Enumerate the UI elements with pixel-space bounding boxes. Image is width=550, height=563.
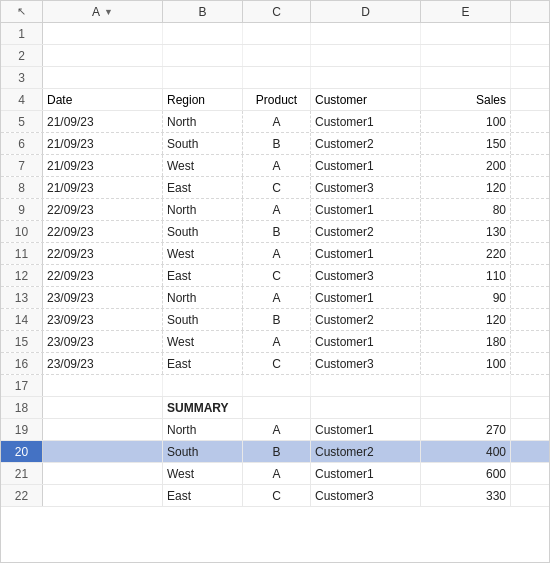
cell-a[interactable]: 21/09/23 (43, 133, 163, 154)
cell-c[interactable]: C (243, 485, 311, 506)
cell-a[interactable]: 23/09/23 (43, 287, 163, 308)
cell-b[interactable]: North (163, 111, 243, 132)
cell-c[interactable]: B (243, 221, 311, 242)
cell-e[interactable]: 130 (421, 221, 511, 242)
cell-e[interactable]: 100 (421, 111, 511, 132)
cell-b[interactable]: East (163, 177, 243, 198)
cell-c[interactable]: A (243, 243, 311, 264)
cell-c[interactable]: B (243, 441, 311, 462)
cell-c[interactable]: A (243, 463, 311, 484)
cell-b[interactable] (163, 375, 243, 396)
cell-a[interactable] (43, 375, 163, 396)
cell-c[interactable] (243, 67, 311, 88)
cell-d[interactable]: Customer1 (311, 243, 421, 264)
cell-b[interactable]: SUMMARY (163, 397, 243, 418)
cell-b[interactable]: North (163, 287, 243, 308)
cell-e[interactable]: 270 (421, 419, 511, 440)
cell-b[interactable]: Region (163, 89, 243, 110)
cell-b[interactable]: North (163, 199, 243, 220)
cell-c[interactable] (243, 397, 311, 418)
cell-d[interactable]: Customer1 (311, 463, 421, 484)
cell-a[interactable] (43, 463, 163, 484)
cell-c[interactable]: B (243, 133, 311, 154)
col-header-A[interactable]: A ▼ (43, 1, 163, 22)
cell-b[interactable]: East (163, 265, 243, 286)
cell-e[interactable]: 120 (421, 309, 511, 330)
cell-d[interactable]: Customer2 (311, 309, 421, 330)
cell-c[interactable]: A (243, 287, 311, 308)
cell-a[interactable] (43, 419, 163, 440)
cell-d[interactable]: Customer1 (311, 331, 421, 352)
cell-b[interactable] (163, 23, 243, 44)
cell-e[interactable]: 200 (421, 155, 511, 176)
cell-b[interactable]: South (163, 441, 243, 462)
col-header-B[interactable]: B (163, 1, 243, 22)
cell-d[interactable]: Customer (311, 89, 421, 110)
cell-d[interactable]: Customer2 (311, 133, 421, 154)
cell-d[interactable]: Customer3 (311, 353, 421, 374)
cell-a[interactable] (43, 485, 163, 506)
cell-a[interactable]: 21/09/23 (43, 177, 163, 198)
cell-a[interactable]: 22/09/23 (43, 221, 163, 242)
cell-d[interactable] (311, 23, 421, 44)
cell-e[interactable]: 90 (421, 287, 511, 308)
cell-a[interactable]: 22/09/23 (43, 199, 163, 220)
cell-e[interactable]: 600 (421, 463, 511, 484)
cell-c[interactable] (243, 375, 311, 396)
cell-a[interactable] (43, 441, 163, 462)
cell-c[interactable]: A (243, 199, 311, 220)
cell-d[interactable]: Customer1 (311, 287, 421, 308)
cell-e[interactable]: 120 (421, 177, 511, 198)
cell-b[interactable] (163, 45, 243, 66)
cell-a[interactable]: 21/09/23 (43, 111, 163, 132)
sort-icon[interactable]: ▼ (104, 7, 113, 17)
cell-a[interactable]: 21/09/23 (43, 155, 163, 176)
cell-a[interactable]: 22/09/23 (43, 243, 163, 264)
cell-a[interactable] (43, 397, 163, 418)
cell-b[interactable]: South (163, 133, 243, 154)
cell-c[interactable]: Product (243, 89, 311, 110)
cell-a[interactable]: 22/09/23 (43, 265, 163, 286)
cell-e[interactable]: 220 (421, 243, 511, 264)
cell-e[interactable] (421, 23, 511, 44)
cell-e[interactable]: 180 (421, 331, 511, 352)
cell-b[interactable] (163, 67, 243, 88)
cell-c[interactable] (243, 45, 311, 66)
cell-a[interactable] (43, 23, 163, 44)
cell-b[interactable]: South (163, 221, 243, 242)
cell-e[interactable]: Sales (421, 89, 511, 110)
cell-b[interactable]: West (163, 155, 243, 176)
cell-c[interactable]: C (243, 177, 311, 198)
col-header-D[interactable]: D (311, 1, 421, 22)
cell-c[interactable]: A (243, 155, 311, 176)
cell-e[interactable]: 110 (421, 265, 511, 286)
cell-d[interactable]: Customer1 (311, 419, 421, 440)
cell-d[interactable]: Customer3 (311, 485, 421, 506)
cell-e[interactable]: 150 (421, 133, 511, 154)
col-header-C[interactable]: C (243, 1, 311, 22)
cell-c[interactable]: A (243, 331, 311, 352)
cell-b[interactable]: East (163, 353, 243, 374)
cell-b[interactable]: West (163, 463, 243, 484)
cell-e[interactable] (421, 375, 511, 396)
cell-d[interactable] (311, 67, 421, 88)
cell-e[interactable]: 400 (421, 441, 511, 462)
cell-d[interactable]: Customer1 (311, 199, 421, 220)
cell-a[interactable]: 23/09/23 (43, 353, 163, 374)
cell-e[interactable] (421, 45, 511, 66)
cell-b[interactable]: North (163, 419, 243, 440)
cell-d[interactable]: Customer1 (311, 111, 421, 132)
col-header-E[interactable]: E (421, 1, 511, 22)
cell-c[interactable] (243, 23, 311, 44)
cell-a[interactable] (43, 45, 163, 66)
cell-c[interactable]: C (243, 353, 311, 374)
cell-c[interactable]: B (243, 309, 311, 330)
cell-c[interactable]: C (243, 265, 311, 286)
cell-e[interactable]: 100 (421, 353, 511, 374)
cell-a[interactable]: 23/09/23 (43, 331, 163, 352)
cell-a[interactable] (43, 67, 163, 88)
cell-e[interactable] (421, 397, 511, 418)
cell-d[interactable]: Customer3 (311, 265, 421, 286)
cell-a[interactable]: Date (43, 89, 163, 110)
cell-e[interactable] (421, 67, 511, 88)
